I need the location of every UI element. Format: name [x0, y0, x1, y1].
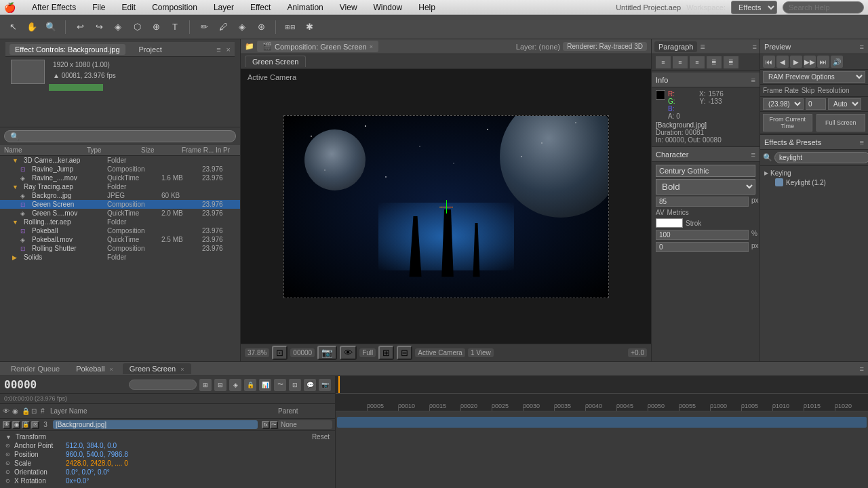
project-panel-tab[interactable]: Project	[134, 44, 167, 55]
comp-snapshot[interactable]: 📷	[317, 346, 337, 360]
project-list-item[interactable]: ⊡ Green Screen Composition 23.976	[0, 200, 240, 209]
paragraph-tab[interactable]: Paragraph	[654, 41, 697, 52]
menu-effect[interactable]: Effect	[246, 3, 275, 12]
effect-controls-tab[interactable]: Effect Controls: Background.jpg	[9, 44, 125, 55]
tl-graph-btn[interactable]: 📊	[259, 379, 271, 391]
anchor-stopwatch[interactable]: ⊙	[5, 443, 10, 449]
scale-stopwatch[interactable]: ⊙	[5, 460, 10, 466]
tl-comment-btn[interactable]: 💬	[304, 379, 316, 391]
layer-expand[interactable]: ⊡	[31, 421, 39, 429]
font-style[interactable]: Bold	[656, 179, 755, 195]
full-screen-btn[interactable]: Full Screen	[816, 114, 866, 131]
project-list-item[interactable]: ▼ Rolling...ter.aep Folder	[0, 218, 240, 226]
menu-help[interactable]: Help	[414, 3, 439, 12]
menu-animation[interactable]: Animation	[283, 3, 327, 12]
tl-search[interactable]	[129, 380, 197, 390]
tl-collapse-btn[interactable]: ⊟	[214, 379, 226, 391]
frame-rate-select[interactable]: (23.98)	[763, 98, 804, 110]
tool-eraser[interactable]: ◈	[235, 20, 250, 35]
menu-composition[interactable]: Composition	[148, 3, 201, 12]
menu-after-effects[interactable]: After Effects	[28, 3, 80, 12]
project-list-item[interactable]: ⊡ Pokeball Composition 23.976	[0, 226, 240, 235]
green-screen-close[interactable]: ×	[180, 366, 184, 373]
anchor-value[interactable]: 512.0, 384.0, 0.0	[66, 442, 117, 449]
orientation-value[interactable]: 0.0°, 0.0°, 0.0°	[66, 468, 110, 476]
tool-pen[interactable]: ✏	[197, 20, 212, 35]
layer-solo[interactable]: ◉	[12, 421, 20, 429]
skip-input[interactable]	[806, 98, 826, 110]
keylight-effect[interactable]: Keylight (1.2)	[764, 178, 864, 187]
tl-motion-btn[interactable]: 〜	[274, 379, 286, 391]
project-list-item[interactable]: ◈ Pokeball.mov QuickTime 2.5 MB 23.976	[0, 235, 240, 244]
project-search-input[interactable]	[4, 130, 236, 142]
tool-hand[interactable]: ✋	[24, 20, 39, 35]
effects-presets-tab[interactable]: Effects & Presets	[764, 138, 821, 146]
comp-zoom[interactable]: 37.8%	[245, 348, 269, 357]
comp-timecode[interactable]: 00000	[290, 348, 315, 357]
tool-select[interactable]: ↖	[5, 20, 20, 35]
preview-tab[interactable]: Preview	[764, 43, 791, 51]
tool-undo[interactable]: ↩	[73, 20, 87, 35]
workspace-select[interactable]: Effects	[731, 1, 777, 14]
transform-reset-btn[interactable]: Reset	[312, 433, 330, 441]
project-list-item[interactable]: ◈ Green S....mov QuickTime 2.0 MB 23.976	[0, 209, 240, 218]
composition-tab[interactable]: 🎬 Composition: Green Screen ×	[257, 41, 378, 52]
composition-view[interactable]: Active Camera	[241, 69, 651, 344]
comp-camera[interactable]: Active Camera	[415, 348, 465, 357]
menu-file[interactable]: File	[88, 3, 109, 12]
align-icon[interactable]: ≡	[700, 42, 705, 52]
tl-playhead[interactable]	[338, 376, 340, 393]
project-list-item[interactable]: ⊡ Ravine_Jump Composition 23.976	[0, 165, 240, 174]
character-tab[interactable]: Character	[656, 150, 688, 159]
font-size[interactable]	[656, 197, 749, 207]
render-queue-tab[interactable]: Render Queue	[4, 363, 66, 374]
justify-left[interactable]: ≣	[707, 56, 722, 68]
scale-value[interactable]: 2428.0, 2428.0, .... 0	[66, 460, 128, 467]
prev-forward[interactable]: ▶▶	[804, 56, 816, 68]
stroke-color[interactable]	[656, 218, 683, 228]
size2-value[interactable]	[656, 242, 749, 252]
scale-value[interactable]	[656, 230, 749, 240]
menu-view[interactable]: View	[336, 3, 361, 12]
tool-shape2[interactable]: ⬡	[130, 20, 144, 35]
para-menu[interactable]: ≡	[753, 43, 757, 51]
prev-skip-fwd[interactable]: ⏭	[817, 56, 829, 68]
project-list-item[interactable]: ◈ Backgro...jpg JPEG 60 KB	[0, 191, 240, 200]
project-list-item[interactable]: ▼ 3D Came...ker.aep Folder	[0, 156, 240, 165]
pokeball-tab[interactable]: Pokeball ×	[69, 363, 120, 374]
align-left[interactable]: ≡	[656, 56, 671, 68]
tl-3d-btn[interactable]: ⊡	[289, 379, 301, 391]
xrot-stopwatch[interactable]: ⊙	[5, 478, 10, 484]
prev-audio[interactable]: 🔊	[831, 56, 843, 68]
layer-eye[interactable]: 👁	[3, 421, 11, 429]
tool-redo[interactable]: ↪	[92, 20, 106, 35]
tool-puppet[interactable]: ✱	[302, 20, 317, 35]
comp-views[interactable]: 1 View	[468, 348, 494, 357]
apple-menu[interactable]: 🍎	[4, 2, 16, 13]
comp-quality[interactable]: Full	[359, 348, 376, 357]
tl-solo-btn[interactable]: ◈	[229, 379, 241, 391]
green-screen-subtab[interactable]: Green Screen	[245, 56, 306, 67]
panel-close-icon[interactable]: ×	[226, 45, 231, 54]
info-tab[interactable]: Info	[656, 76, 668, 84]
layer-lock[interactable]: 🔒	[22, 421, 30, 429]
orientation-stopwatch[interactable]: ⊙	[5, 469, 10, 475]
prev-skip-back[interactable]: ⏮	[763, 56, 775, 68]
info-menu[interactable]: ≡	[751, 76, 755, 84]
align-center[interactable]: ≡	[673, 56, 688, 68]
layer-name-cell[interactable]: [Background.jpg]	[53, 420, 258, 429]
project-list-item[interactable]: ▼ Ray Tracing.aep Folder	[0, 182, 240, 191]
tl-camera-btn[interactable]: 📷	[319, 379, 331, 391]
tool-transform[interactable]: ⊕	[149, 20, 163, 35]
layer-effects-btn[interactable]: fx	[262, 421, 270, 429]
transform-expand[interactable]: ▼	[5, 434, 12, 441]
green-screen-tab[interactable]: Green Screen ×	[123, 363, 191, 374]
prev-back[interactable]: ◀	[776, 56, 789, 68]
tool-3d[interactable]: ⊞⊟	[283, 20, 298, 35]
keying-header[interactable]: ▶ Keying	[764, 169, 864, 178]
tool-roto[interactable]: ⊛	[254, 20, 269, 35]
position-stopwatch[interactable]: ⊙	[5, 451, 10, 458]
comp-showhide[interactable]: 👁	[340, 346, 357, 360]
ram-preview-select[interactable]: RAM Preview Options	[763, 71, 865, 83]
comp-exposure[interactable]: +0.0	[628, 348, 647, 357]
